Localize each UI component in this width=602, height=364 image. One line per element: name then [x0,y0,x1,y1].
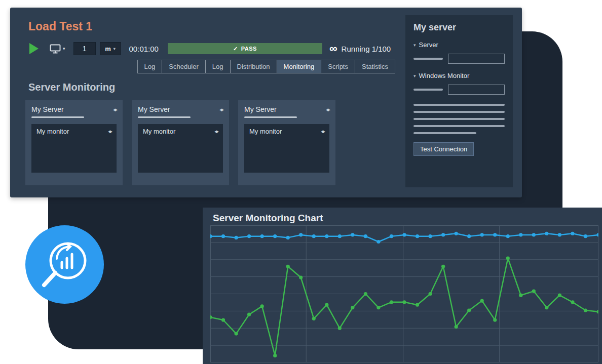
progress-line [138,116,191,118]
windows-monitor-field-row [413,85,505,95]
tab-distribution[interactable]: Distribution [230,60,277,73]
chevron-down-icon: ▾ [114,47,116,51]
display-dropdown[interactable]: ▾ [50,44,65,54]
server-card: My Server ◂▸ My monitor ◂▸ [25,100,123,185]
progress-line [244,116,297,118]
duration-input[interactable] [73,42,96,55]
tab-bar: Log Scheduler Log Distribution Monitorin… [137,60,395,73]
server-card-title: My Server [138,105,170,113]
placeholder-line [413,125,505,127]
chart-title: Server Monitoring Chart [213,213,323,224]
field-label-line [413,58,443,60]
section-label: Windows Monitor [419,72,470,79]
monitor-panel: My monitor ◂▸ [244,124,329,173]
section-label: Server [419,41,438,49]
run-button[interactable] [29,43,41,54]
windows-monitor-input[interactable] [448,85,505,95]
section-title: Server Monitoring [28,82,115,93]
elapsed-time: 00:01:00 [129,45,159,53]
monitor-header: My monitor ◂▸ [138,124,223,139]
test-connection-button[interactable]: Test Connection [413,142,474,156]
server-field-row [413,54,505,64]
chevron-down-icon: ▾ [413,73,416,78]
check-icon: ✓ [233,46,238,52]
tab-log-1[interactable]: Log [137,60,163,73]
pass-progress-bar: ✓ PASS [168,43,322,54]
magnifier-chart-icon [25,225,104,304]
server-monitoring-chart-panel: Server Monitoring Chart [203,208,602,364]
server-card: My Server ◂▸ My monitor ◂▸ [238,100,335,185]
server-input[interactable] [448,54,505,64]
page-title: Load Test 1 [28,20,92,33]
monitor-header: My monitor ◂▸ [31,124,117,139]
server-cards-row: My Server ◂▸ My monitor ◂▸ My Server ◂▸ [25,100,335,185]
tab-scripts[interactable]: Scripts [321,60,355,73]
screen: Server Monitoring Chart Load Test 1 ▾ m … [0,0,602,364]
toolbar: ▾ m ▾ 00:01:00 ✓ PASS ∞ Running 1/100 [29,41,391,56]
progress-line [31,116,84,118]
monitor-title: My monitor [36,128,69,135]
infinity-icon: ∞ [329,44,337,54]
running-status: Running 1/100 [342,45,391,53]
resize-horizontal-icon[interactable]: ◂▸ [321,128,324,135]
tab-monitoring[interactable]: Monitoring [277,60,322,73]
chevron-down-icon: ▾ [63,46,65,51]
placeholder-line [413,118,505,120]
placeholder-line [413,132,476,134]
display-icon [50,44,61,54]
tab-log-2[interactable]: Log [205,60,231,73]
field-label-line [413,89,443,91]
monitor-header: My monitor ◂▸ [244,124,329,139]
resize-horizontal-icon[interactable]: ◂▸ [214,128,218,135]
placeholder-line [413,104,505,106]
server-card-header: My Server ◂▸ [25,100,123,116]
monitoring-line-chart [210,225,598,362]
section-toggle-windows-monitor[interactable]: ▾ Windows Monitor [413,72,505,79]
resize-horizontal-icon[interactable]: ◂▸ [113,106,117,113]
placeholder-line [413,111,505,113]
server-settings-panel: My server ▾ Server ▾ Windows Monitor [405,15,513,187]
monitor-title: My monitor [143,128,175,135]
monitor-panel: My monitor ◂▸ [138,124,223,173]
resize-horizontal-icon[interactable]: ◂▸ [108,128,111,135]
chevron-down-icon: ▾ [413,43,416,48]
unit-select[interactable]: m ▾ [100,42,121,55]
monitor-panel: My monitor ◂▸ [31,124,117,173]
tab-scheduler[interactable]: Scheduler [162,60,206,73]
section-toggle-server[interactable]: ▾ Server [413,41,505,49]
play-icon [29,43,39,54]
server-card-header: My Server ◂▸ [238,100,335,116]
monitor-title: My monitor [249,128,282,135]
resize-horizontal-icon[interactable]: ◂▸ [326,106,329,113]
unit-value: m [105,45,111,53]
server-card-title: My Server [244,105,277,113]
server-card-title: My Server [31,105,64,113]
load-test-window: Load Test 1 ▾ m ▾ 00:01:00 ✓ PAS [10,8,522,197]
server-card-header: My Server ◂▸ [132,100,229,116]
analytics-badge [25,225,104,304]
resize-horizontal-icon[interactable]: ◂▸ [219,106,223,113]
sidebar-title: My server [413,22,505,33]
pass-label: PASS [241,46,257,52]
server-card: My Server ◂▸ My monitor ◂▸ [132,100,229,185]
settings-placeholder-lines [413,104,505,134]
tab-statistics[interactable]: Statistics [355,60,395,73]
